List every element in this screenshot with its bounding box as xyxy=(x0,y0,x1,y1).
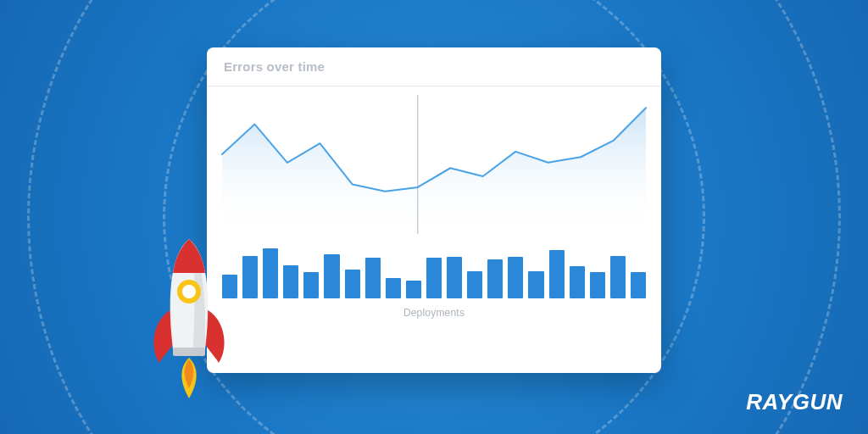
brand-logo: RAYGUN xyxy=(746,389,843,415)
deployments-bar xyxy=(283,265,298,298)
deployments-bar xyxy=(345,270,360,298)
deployments-bar xyxy=(263,248,278,299)
deployments-bar xyxy=(528,271,543,298)
deployments-bar xyxy=(508,257,523,298)
deployments-bar xyxy=(570,266,585,298)
deployments-bar xyxy=(549,250,565,298)
deployments-bar xyxy=(447,257,462,298)
svg-rect-3 xyxy=(173,348,205,356)
deployments-bar xyxy=(406,281,421,298)
deployments-bar xyxy=(610,256,626,298)
bars-axis-label: Deployments xyxy=(207,307,661,319)
deployments-bar xyxy=(386,278,401,298)
deployments-bar xyxy=(631,272,646,298)
card-title: Errors over time xyxy=(224,59,644,74)
errors-line-chart xyxy=(207,86,661,239)
rocket-icon xyxy=(134,231,244,400)
deployments-bar xyxy=(324,254,339,298)
deployments-bar xyxy=(487,259,503,298)
deployments-bar xyxy=(303,272,319,298)
deployments-bar xyxy=(426,258,442,298)
card-header: Errors over time xyxy=(207,47,661,86)
deployments-bar xyxy=(242,256,258,298)
deployments-bar xyxy=(467,271,482,298)
deployments-bar xyxy=(590,272,605,298)
svg-point-2 xyxy=(182,285,196,298)
deployments-bar xyxy=(365,258,381,298)
errors-card: Errors over time Deployments xyxy=(207,47,661,373)
deployments-bar-chart xyxy=(207,239,661,298)
